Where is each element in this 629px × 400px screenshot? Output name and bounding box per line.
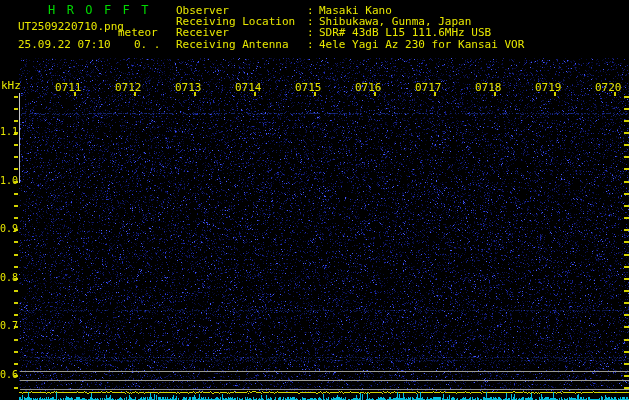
x-axis-time-label: 0712 <box>115 81 142 94</box>
y-axis-tick <box>14 108 18 110</box>
y-axis-right-tick <box>624 363 629 365</box>
x-axis-tick <box>74 92 76 96</box>
x-axis-tick <box>434 92 436 96</box>
x-axis-time-label: 0720 <box>595 81 622 94</box>
y-axis-tick <box>14 266 18 268</box>
y-axis-tick <box>14 156 18 158</box>
y-axis-right-tick <box>624 302 629 304</box>
y-axis-tick <box>14 217 18 219</box>
y-axis-tick-label: 1.0 <box>0 175 18 186</box>
x-axis-time-label: 0713 <box>175 81 202 94</box>
y-axis-tick <box>14 241 18 243</box>
y-axis-right-tick <box>624 217 629 219</box>
x-axis-tick <box>494 92 496 96</box>
y-axis-right-tick <box>624 339 629 341</box>
y-axis-right-tick <box>624 351 629 353</box>
y-axis-right-tick <box>624 229 629 231</box>
x-axis-tick <box>194 92 196 96</box>
y-axis-right-tick <box>624 168 629 170</box>
y-axis-right-tick <box>624 193 629 195</box>
y-axis-right-tick <box>624 120 629 122</box>
y-axis-tick <box>14 339 18 341</box>
x-axis-time-label: 0719 <box>535 81 562 94</box>
y-axis-tick <box>14 351 18 353</box>
x-axis-tick <box>254 92 256 96</box>
x-axis-tick <box>554 92 556 96</box>
y-axis-tick-label: 0.7 <box>0 320 18 331</box>
y-axis-right-tick <box>624 205 629 207</box>
y-axis-tick <box>14 302 18 304</box>
y-axis-right-tick <box>624 278 629 280</box>
x-axis-time-label: 0711 <box>55 81 82 94</box>
y-axis-right-tick <box>624 375 629 377</box>
hrofft-window: H R O F F T UT2509220710.png meteor 25.0… <box>0 0 629 400</box>
y-axis-tick <box>14 168 18 170</box>
y-axis-right-tick <box>624 387 629 389</box>
x-axis-tick <box>374 92 376 96</box>
y-axis-tick-label: 1.1 <box>0 126 18 137</box>
y-axis-right-tick <box>624 132 629 134</box>
y-axis-tick-label: 0.8 <box>0 272 18 283</box>
x-axis-time-label: 0717 <box>415 81 442 94</box>
y-axis-right-tick <box>624 254 629 256</box>
y-axis-tick-label: 0.9 <box>0 223 18 234</box>
y-axis-right-tick <box>624 314 629 316</box>
y-axis-tick <box>14 96 18 98</box>
x-axis-time-label: 0714 <box>235 81 262 94</box>
y-axis-tick <box>14 120 18 122</box>
y-axis-right-tick <box>624 266 629 268</box>
x-axis-tick <box>614 92 616 96</box>
y-axis-tick <box>14 205 18 207</box>
y-axis-right-tick <box>624 290 629 292</box>
y-axis-tick <box>14 314 18 316</box>
y-axis-tick <box>14 290 18 292</box>
y-axis-right-tick <box>624 181 629 183</box>
y-axis-tick <box>14 254 18 256</box>
x-axis-time-label: 0716 <box>355 81 382 94</box>
axes-ticks-container: 1.11.00.90.80.70.60711071207130714071507… <box>0 0 629 400</box>
y-axis-tick <box>14 387 18 389</box>
x-axis-tick <box>134 92 136 96</box>
y-axis-right-tick <box>624 96 629 98</box>
y-axis-right-tick <box>624 144 629 146</box>
y-axis-tick <box>14 193 18 195</box>
y-axis-tick <box>14 144 18 146</box>
x-axis-time-label: 0718 <box>475 81 502 94</box>
y-axis-tick-label: 0.6 <box>0 369 18 380</box>
y-axis-right-tick <box>624 326 629 328</box>
y-axis-right-tick <box>624 156 629 158</box>
x-axis-time-label: 0715 <box>295 81 322 94</box>
y-axis-right-tick <box>624 241 629 243</box>
x-axis-tick <box>314 92 316 96</box>
y-axis-tick <box>14 363 18 365</box>
y-axis-right-tick <box>624 108 629 110</box>
